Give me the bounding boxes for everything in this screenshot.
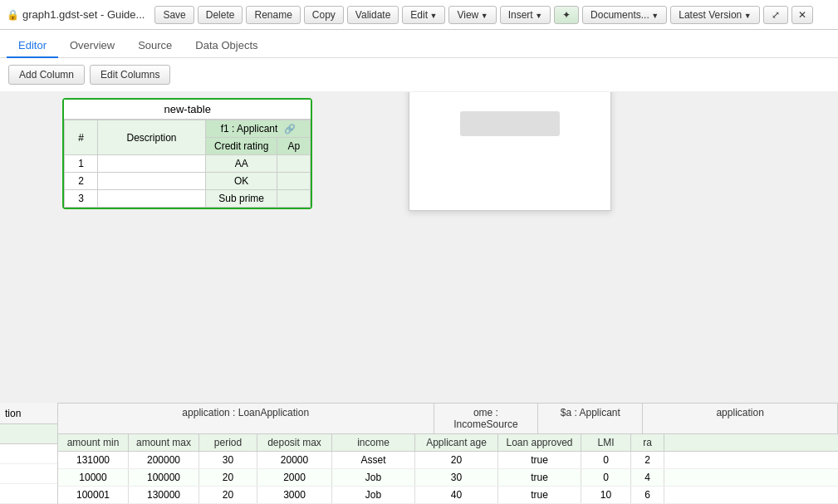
compass-button[interactable]: ✦ [554,6,579,24]
insert-button[interactable]: Insert [500,6,551,24]
table-row: 1 AA [65,155,311,173]
cell-loan-approved: true [498,452,581,468]
subheader-applicant-age: Applicant age [415,434,498,451]
validate-button[interactable]: Validate [347,6,399,24]
table-title: new-table [64,100,311,120]
lower-subheader: amount min amount max period deposit max… [58,434,838,452]
table-row: 100001 130000 20 3000 Job 40 true 10 6 [58,487,838,504]
cell-income: Asset [332,452,415,468]
header-applicant: $a : Applicant [538,404,643,433]
add-column-button[interactable]: Add Column [8,65,85,85]
tab-editor[interactable]: Editor [7,34,58,58]
cell-amount-max: 200000 [129,452,199,468]
view-button[interactable]: View [448,6,496,24]
header-application2: application [643,404,838,433]
subheader-amount-max: amount max [129,434,199,451]
col-credit: Credit rating [206,138,277,155]
subheader-ra: ra [631,434,664,451]
window-title: 🔒 graph1.gdst-set - Guide... [7,8,145,21]
delete-button[interactable]: Delete [198,6,243,24]
edit-columns-button[interactable]: Edit Columns [90,65,170,85]
edit-button[interactable]: Edit [402,6,445,24]
upper-table: # Description f1 : Applicant 🔗 Credit ra… [64,120,311,208]
subheader-deposit-max: deposit max [257,434,332,451]
documents-button[interactable]: Documents... [582,6,667,24]
cell-applicant-age: 20 [415,452,498,468]
save-button[interactable]: Save [154,6,194,24]
tab-overview[interactable]: Overview [58,34,126,58]
tab-source[interactable]: Source [126,34,184,58]
lp-row [0,484,57,504]
subheader-period: period [199,434,257,451]
version-button[interactable]: Latest Version [670,6,759,24]
left-partial-header: tion [0,403,57,424]
lower-header-groups: application : LoanApplication ome : Inco… [58,404,838,434]
cell-lmi: 0 [581,452,631,468]
close-button[interactable]: ✕ [791,6,813,24]
subheader-lmi: LMI [581,434,631,451]
table-row: 131000 200000 30 20000 Asset 20 true 0 2 [58,452,838,469]
cell-period: 30 [199,452,257,468]
lower-data-rows: 131000 200000 30 20000 Asset 20 true 0 2… [58,452,838,504]
col-hash: # [65,120,98,155]
col-description: Description [98,120,206,155]
subheader-amount-min: amount min [58,434,129,451]
col-f1: f1 : Applicant 🔗 [206,120,311,138]
cell-ra: 2 [631,452,664,468]
header-income-source: ome : IncomeSource [434,404,539,433]
left-partial-subheader [0,424,57,444]
cell-deposit-max: 20000 [257,452,332,468]
lp-row [0,464,57,484]
header-loan-application: application : LoanApplication [58,404,434,433]
link-icon: 🔗 [284,124,296,134]
table-row: 10000 100000 20 2000 Job 30 true 0 4 [58,469,838,487]
rename-button[interactable]: Rename [246,6,300,24]
cell-amount-min: 131000 [58,452,129,468]
tab-data-objects[interactable]: Data Objects [184,34,269,58]
table-row: 2 OK [65,173,311,190]
lock-icon: 🔒 [7,9,19,21]
copy-button[interactable]: Copy [304,6,344,24]
expand-button[interactable]: ⤢ [763,6,788,24]
lp-row [0,444,57,464]
col-ap: Ap [277,138,311,155]
table-row: 3 Sub prime [65,190,311,208]
preview-blur-content [460,111,560,136]
subheader-loan-approved: Loan approved [498,434,581,451]
subheader-income: income [332,434,415,451]
